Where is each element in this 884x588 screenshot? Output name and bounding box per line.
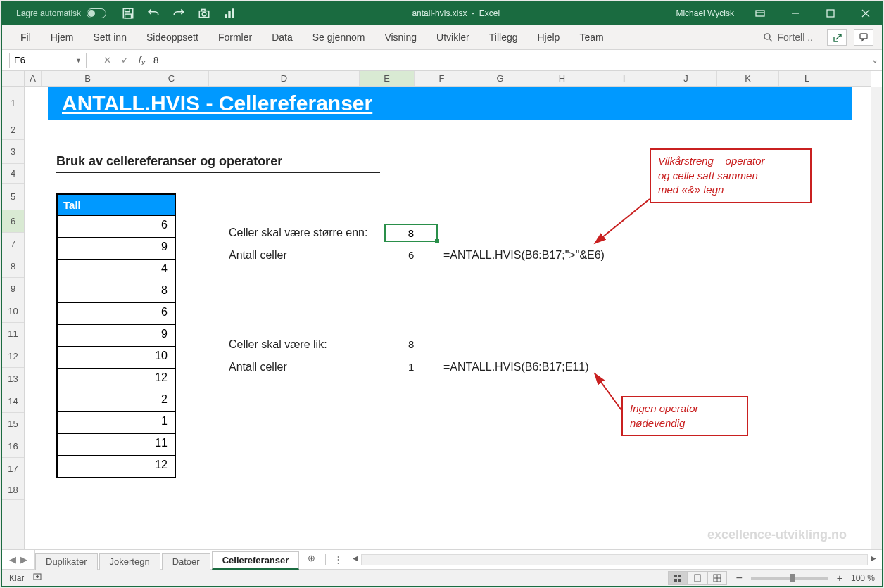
tab-fil[interactable]: Fil [11, 25, 41, 49]
share-button[interactable] [827, 29, 847, 46]
formula-input[interactable]: 8 [145, 55, 868, 65]
minimize-button[interactable] [779, 2, 812, 25]
tab-hjem[interactable]: Hjem [41, 25, 84, 49]
sheet-split-handle[interactable]: ⋮ [334, 554, 343, 565]
sheet-nav-buttons[interactable]: ◀ ▶ [2, 550, 35, 569]
scroll-left-icon[interactable]: ◀ [350, 554, 361, 565]
zoom-in-button[interactable]: + [837, 573, 842, 584]
zoom-level[interactable]: 100 % [851, 573, 875, 583]
sheet-prev-icon[interactable]: ◀ [9, 554, 16, 565]
row-header-7[interactable]: 7 [2, 233, 24, 255]
row-header-5[interactable]: 5 [2, 184, 24, 210]
row-header-15[interactable]: 15 [2, 413, 24, 435]
sheet-tab-jokertegn[interactable]: Jokertegn [99, 553, 160, 570]
tab-settinn[interactable]: Sett inn [83, 25, 136, 49]
close-button[interactable] [850, 2, 882, 25]
tall-table-cell[interactable]: 1 [58, 411, 175, 433]
row-header-18[interactable]: 18 [2, 480, 24, 500]
maximize-button[interactable] [814, 2, 847, 25]
tall-table-cell[interactable]: 12 [58, 368, 175, 390]
tab-utvikler[interactable]: Utvikler [427, 25, 479, 49]
row-header-9[interactable]: 9 [2, 278, 24, 300]
tab-sideoppsett[interactable]: Sideoppsett [137, 25, 208, 49]
tall-table-cell[interactable]: 11 [58, 433, 175, 455]
row-header-14[interactable]: 14 [2, 390, 24, 413]
row-header-17[interactable]: 17 [2, 458, 24, 480]
zoom-out-button[interactable]: − [735, 572, 742, 584]
tall-table-cell[interactable]: 8 [58, 281, 175, 302]
sheet-tab-datoer[interactable]: Datoer [162, 553, 210, 570]
tall-table-cell[interactable]: 6 [58, 302, 175, 324]
select-all-corner[interactable] [2, 71, 25, 86]
zoom-slider[interactable] [751, 577, 828, 580]
horizontal-scrollbar[interactable]: ◀ ▶ [347, 550, 882, 569]
scroll-right-icon[interactable]: ▶ [868, 554, 879, 565]
col-header-A[interactable]: A [25, 71, 42, 86]
tall-table-cell[interactable]: 2 [58, 390, 175, 411]
chevron-down-icon[interactable]: ▼ [75, 57, 82, 64]
add-sheet-button[interactable]: ⊕ [301, 550, 322, 569]
row-header-12[interactable]: 12 [2, 345, 24, 368]
tall-table-cell[interactable]: 10 [58, 346, 175, 368]
col-header-I[interactable]: I [593, 71, 655, 86]
chart-icon[interactable] [223, 7, 236, 20]
sheet-next-icon[interactable]: ▶ [20, 554, 27, 565]
row-header-2[interactable]: 2 [2, 120, 24, 140]
undo-icon[interactable] [147, 7, 160, 20]
redo-icon[interactable] [172, 7, 185, 20]
sheet-tab-cellereferanser[interactable]: Cellereferanser [212, 551, 300, 570]
tall-table-cell[interactable]: 4 [58, 259, 175, 281]
name-box[interactable]: E6 ▼ [9, 53, 87, 68]
page-break-view-button[interactable] [707, 571, 727, 585]
macro-record-icon[interactable] [32, 572, 42, 584]
row-header-11[interactable]: 11 [2, 323, 24, 345]
tab-visning[interactable]: Visning [374, 25, 427, 49]
tab-segjennom[interactable]: Se gjennom [303, 25, 375, 49]
row-header-13[interactable]: 13 [2, 368, 24, 390]
confirm-formula-icon[interactable]: ✓ [121, 55, 129, 65]
row-header-3[interactable]: 3 [2, 140, 24, 164]
col-header-E[interactable]: E [360, 71, 415, 86]
col-header-D[interactable]: D [209, 71, 360, 86]
col-header-F[interactable]: F [415, 71, 469, 86]
col-header-B[interactable]: B [42, 71, 134, 86]
tall-table-cell[interactable]: 12 [58, 455, 175, 477]
tab-hjelp[interactable]: Hjelp [528, 25, 570, 49]
col-header-H[interactable]: H [531, 71, 593, 86]
fx-icon[interactable]: fx [139, 54, 145, 67]
tab-tillegg[interactable]: Tillegg [479, 25, 528, 49]
normal-view-button[interactable] [668, 571, 688, 585]
ribbon-display-icon[interactable] [744, 2, 776, 25]
row-header-4[interactable]: 4 [2, 164, 24, 184]
cells-area[interactable]: ANTALL.HVIS - Cellereferanser Bruk av ce… [25, 87, 871, 549]
col-header-J[interactable]: J [655, 71, 717, 86]
camera-icon[interactable] [198, 7, 210, 20]
row-header-6[interactable]: 6 [2, 210, 24, 233]
sheet-tab-duplikater[interactable]: Duplikater [35, 553, 98, 570]
cancel-formula-icon[interactable]: ✕ [103, 55, 111, 65]
tall-table-cell[interactable]: 6 [58, 215, 175, 237]
tab-formler[interactable]: Formler [208, 25, 262, 49]
comments-button[interactable] [854, 29, 873, 46]
expand-formula-bar-icon[interactable]: ⌄ [868, 56, 882, 64]
row-header-10[interactable]: 10 [2, 300, 24, 323]
tell-me-search[interactable]: Fortell .. [763, 32, 813, 43]
svg-rect-23 [674, 579, 677, 582]
tab-data[interactable]: Data [262, 25, 303, 49]
row-header-8[interactable]: 8 [2, 255, 24, 278]
col-header-G[interactable]: G [469, 71, 531, 86]
tall-table-cell[interactable]: 9 [58, 237, 175, 259]
username[interactable]: Michael Wycisk [676, 8, 734, 18]
row-header-16[interactable]: 16 [2, 435, 24, 458]
tall-table-cell[interactable]: 9 [58, 324, 175, 346]
col-header-L[interactable]: L [779, 71, 835, 86]
tab-team[interactable]: Team [569, 25, 613, 49]
autosave-toggle[interactable] [87, 8, 106, 18]
row-header-1[interactable]: 1 [2, 87, 24, 120]
page-layout-view-button[interactable] [688, 571, 707, 585]
save-icon[interactable] [122, 7, 134, 20]
vertical-scrollbar[interactable] [871, 87, 882, 549]
selected-cell-e6[interactable]: 8 [384, 224, 438, 242]
col-header-K[interactable]: K [717, 71, 779, 86]
col-header-C[interactable]: C [134, 71, 209, 86]
